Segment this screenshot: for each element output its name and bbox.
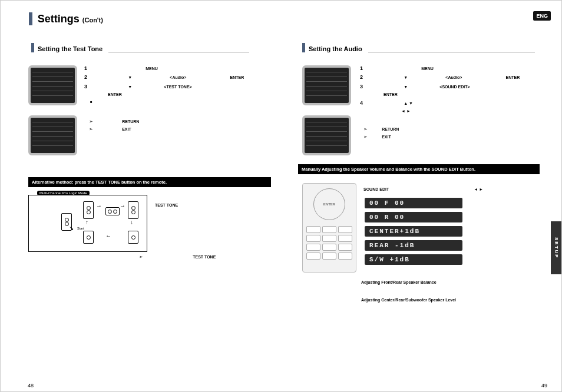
diagram-arrow-icon: ↘ [69,225,74,231]
keyword-exit: EXIT [122,127,131,131]
left-step-3: 3 ▼ <TEST TONE> [84,82,255,91]
down-triangle-icon: ▼ [404,75,408,79]
keyword-return: RETURN [382,127,399,131]
right-step-3-enter: ENTER [360,91,537,99]
keyword-enter: ENTER [506,75,520,79]
left-bottom-note: ➣ TEST TONE [139,254,216,261]
sound-edit-line: SOUND EDIT ◄ ► [363,186,540,194]
left-steps: 1 MENU 2 ▼ <Audio> ENTER 3 ▼ <TEST TONE>… [84,64,255,105]
up-down-triangle-icon: ▲ ▼ [404,101,413,105]
diagram-right-label: TEST TONE [155,202,178,210]
left-right-triangle-icon: ◄ ► [401,109,411,113]
section-divider [108,52,249,52]
section-accent-bar [31,43,34,52]
page-number-left: 48 [28,383,34,388]
keyword-enter: ENTER [230,75,244,79]
adjust-balance-heading: Adjusting Front/Rear Speaker Balance [361,280,437,284]
language-badge: ENG [533,11,551,21]
section-accent-bar [302,43,305,52]
tv-mock-right-1 [302,65,351,105]
tv-mock-left-2 [28,115,77,155]
right-step-3: 3 ▼ <SOUND EDIT> [360,82,537,91]
note-arrow-icon: ➣ [89,119,93,124]
tv-mock-left-1 [28,65,77,105]
section-tab-setup: SETUP [551,221,561,274]
remote-mock: ENTER [302,183,356,273]
return-note: ➣ RETURN [363,126,399,134]
speaker-diagram: Multi-Channel Pro Logic Mode → → ↓ ← ↑ ↘… [28,195,147,252]
right-step-4: 4 ▲ ▼ [360,99,537,108]
lcd-front-balance: 00 F 00 [365,198,462,208]
note-arrow-icon: ➣ [139,254,143,260]
rear-left-speaker-icon [83,231,94,244]
left-right-triangle-icon: ◄ ► [474,187,483,191]
right-return-exit: ➣ RETURN ➣ EXIT [363,126,399,141]
front-right-speaker-icon [128,201,138,219]
lcd-rear-level: REAR -1dB [365,240,462,251]
keyword-return: RETURN [122,119,139,124]
right-step-2: 2 ▼ <Audio> ENTER [360,73,537,82]
right-step-4b: ◄ ► [360,108,537,115]
keyword-enter: ENTER [108,92,122,97]
manual-spread: Settings (Con't) ENG SETUP Setting the T… [0,0,562,392]
page-title: Settings (Con't) [38,13,103,25]
page-title-main: Settings [38,13,80,25]
page-title-sub: (Con't) [82,16,103,24]
page-number-right: 49 [541,383,547,388]
right-info-box: Manually Adjusting the Speaker Volume an… [298,164,540,174]
note-arrow-icon: ➣ [363,134,368,139]
header-accent-bar [29,12,32,25]
keyword-test-tone: <TEST TONE> [164,85,191,89]
page-header: Settings (Con't) [29,12,103,25]
keyword-audio: <Audio> [170,75,186,79]
left-return-exit: ➣ RETURN ➣ EXIT [89,118,139,134]
exit-note: ➣ EXIT [89,126,139,134]
right-section-title: Setting the Audio [309,45,362,52]
keyword-sound-edit: SOUND EDIT [363,187,389,191]
keyword-menu: MENU [146,67,158,71]
left-info-box: Alternative method: press the TEST TONE … [28,177,271,187]
diagram-mode-label: Multi-Channel Pro Logic Mode [37,191,90,195]
tv-mock-right-2 [302,115,351,155]
keyword-sound-edit: <SOUND EDIT> [439,85,470,89]
right-section-header: Setting the Audio [302,43,535,52]
note-arrow-icon: ➣ [89,127,93,132]
return-note: ➣ RETURN [89,118,139,126]
diagram-arrow-icon: ← [105,232,111,239]
lcd-center-level: CENTER+1dB [365,226,462,237]
lcd-display-stack: 00 F 00 00 R 00 CENTER+1dB REAR -1dB S/W… [365,198,462,265]
stop-square-icon: ■ [90,100,92,104]
left-step-1: 1 MENU [84,64,255,73]
lcd-subwoofer-level: S/W +1dB [365,254,462,265]
left-step-3-square: ■ [84,99,255,105]
down-triangle-icon: ▼ [404,85,408,89]
keyword-exit: EXIT [382,135,391,139]
section-divider [368,52,535,52]
keyword-menu: MENU [421,67,434,71]
note-arrow-icon: ➣ [363,127,368,132]
down-triangle-icon: ▼ [128,75,132,79]
keyword-audio: <Audio> [445,75,462,79]
remote-dpad-icon: ENTER [313,188,345,220]
diagram-start-label: Start [77,227,84,230]
left-section-title: Setting the Test Tone [38,45,103,52]
diagram-arrow-icon: ↓ [130,219,133,225]
left-section-header: Setting the Test Tone [31,43,249,52]
front-left-speaker-icon [83,201,94,219]
diagram-arrow-icon: → [120,202,125,209]
exit-note: ➣ EXIT [363,134,399,141]
lcd-rear-balance: 00 R 00 [365,212,462,222]
center-speaker-icon [105,207,120,215]
remote-button-grid [306,226,352,260]
down-triangle-icon: ▼ [128,85,132,89]
right-steps: 1 MENU 2 ▼ <Audio> ENTER 3 ▼ <SOUND EDIT… [360,64,537,115]
diagram-arrow-icon: → [96,202,102,209]
left-step-2: 2 ▼ <Audio> ENTER [84,73,255,82]
keyword-test-tone: TEST TONE [193,255,216,259]
left-step-3-enter: ENTER [84,91,255,99]
right-step-1: 1 MENU [360,64,537,73]
keyword-enter: ENTER [384,92,398,97]
keyword-test-tone: TEST TONE [155,203,178,207]
diagram-arrow-icon: ↑ [85,219,88,225]
adjust-level-heading: Adjusting Center/Rear/Subwoofer Speaker … [361,298,456,302]
